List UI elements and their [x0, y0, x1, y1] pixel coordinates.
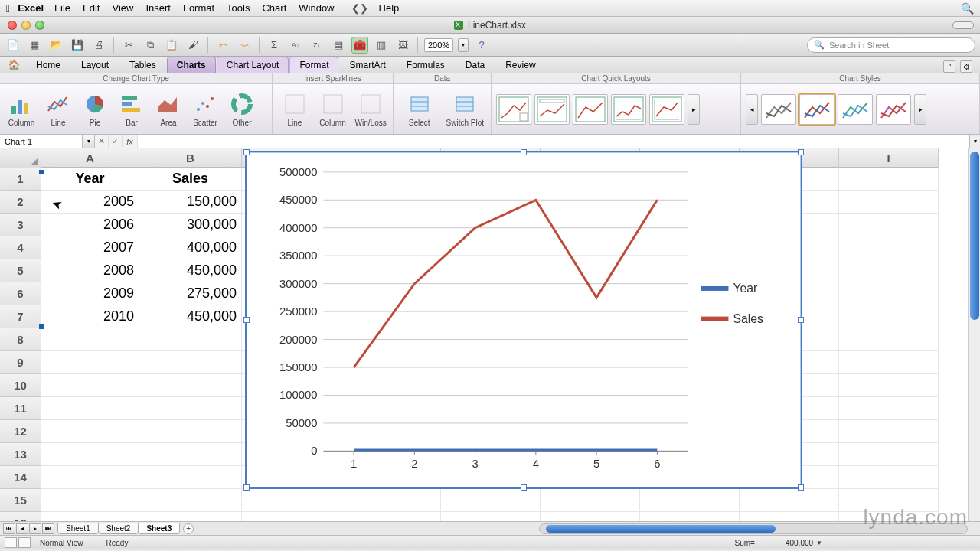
accept-formula-button[interactable]: ✓	[109, 135, 122, 148]
cell-I2[interactable]	[839, 191, 939, 214]
cell-B5[interactable]: 450,000	[139, 259, 242, 282]
chart-resize-handle[interactable]	[798, 317, 804, 323]
menu-insert[interactable]: Insert	[145, 2, 171, 14]
cell-B6[interactable]: 275,000	[139, 282, 242, 305]
cell-A12[interactable]	[41, 420, 139, 443]
ribbon-home-icon[interactable]: 🏠	[3, 57, 25, 73]
show-hide-button[interactable]: ▥	[373, 37, 390, 54]
chart-resize-handle[interactable]	[521, 484, 527, 491]
cell-C15[interactable]	[242, 489, 341, 512]
data-switch-plot[interactable]: Switch Plot	[443, 90, 488, 129]
sheet-tab-sheet1[interactable]: Sheet1	[57, 523, 99, 534]
formula-input[interactable]	[138, 135, 969, 148]
sheet-tab-sheet2[interactable]: Sheet2	[98, 523, 139, 534]
chart-layout-2[interactable]	[534, 94, 570, 125]
cell-A14[interactable]	[41, 466, 139, 489]
ribbon-tab-review[interactable]: Review	[495, 57, 545, 73]
ribbon-tab-tables[interactable]: Tables	[119, 57, 166, 73]
chart-layout-1[interactable]	[496, 94, 531, 125]
embedded-chart[interactable]: 0500001000001500002000002500003000003500…	[245, 151, 802, 489]
gallery-button[interactable]: ▤	[330, 37, 347, 54]
chart-resize-handle[interactable]	[798, 149, 804, 155]
chart-resize-handle[interactable]	[798, 484, 804, 491]
cell-H15[interactable]	[740, 489, 839, 512]
row-header-12[interactable]: 12	[0, 420, 41, 443]
chart-resize-handle[interactable]	[521, 149, 527, 155]
row-header-10[interactable]: 10	[0, 374, 41, 397]
cell-B9[interactable]	[139, 351, 242, 374]
name-box[interactable]: Chart 1	[0, 135, 83, 148]
menu-window[interactable]: Window	[299, 2, 334, 14]
chart-layout-4[interactable]	[611, 94, 646, 125]
cell-A1[interactable]: Year	[41, 168, 139, 191]
cell-H16[interactable]	[740, 512, 839, 522]
chart-resize-handle[interactable]	[243, 484, 250, 491]
ribbon-tab-layout[interactable]: Layout	[71, 57, 119, 73]
cell-B3[interactable]: 300,000	[139, 214, 242, 236]
layouts-more-button[interactable]: ▸	[688, 94, 700, 125]
cell-A8[interactable]	[41, 328, 139, 351]
cell-F16[interactable]	[541, 512, 640, 522]
row-header-13[interactable]: 13	[0, 443, 41, 466]
horizontal-scroll-thumb[interactable]	[546, 525, 776, 533]
new-from-template-button[interactable]: ▦	[26, 37, 43, 54]
cell-B12[interactable]	[139, 420, 242, 443]
sparkline-line[interactable]: Line	[276, 90, 314, 129]
row-header-11[interactable]: 11	[0, 397, 41, 420]
row-header-1[interactable]: 1	[0, 168, 41, 191]
cancel-formula-button[interactable]: ✕	[95, 135, 109, 148]
cell-A6[interactable]: 2009	[41, 282, 139, 305]
undo-button[interactable]: ⤺	[214, 37, 231, 54]
cell-G15[interactable]	[640, 489, 740, 512]
row-header-5[interactable]: 5	[0, 259, 41, 282]
cell-A9[interactable]	[41, 351, 139, 374]
cell-B10[interactable]	[139, 374, 242, 397]
chart-type-bar[interactable]: Bar	[113, 90, 150, 129]
normal-view-button[interactable]	[5, 537, 17, 548]
column-header-B[interactable]: B	[139, 148, 242, 168]
chart-layout-5[interactable]	[649, 94, 684, 125]
ribbon-tab-smartart[interactable]: SmartArt	[339, 57, 395, 73]
cell-A13[interactable]	[41, 443, 139, 466]
new-workbook-button[interactable]: 📄	[5, 37, 21, 54]
chart-style-3[interactable]	[838, 94, 873, 125]
tab-nav-next[interactable]: ▸	[29, 523, 41, 534]
row-header-14[interactable]: 14	[0, 466, 41, 489]
menu-file[interactable]: File	[54, 2, 70, 14]
tab-nav-first[interactable]: ⏮	[3, 523, 15, 534]
apple-menu-icon[interactable]: 	[6, 2, 10, 15]
tab-nav-prev[interactable]: ◂	[16, 523, 28, 534]
cell-A10[interactable]	[41, 374, 139, 397]
cell-D15[interactable]	[341, 489, 441, 512]
worksheet-area[interactable]: ABCDEFGHI 1YearSales22005150,00032006300…	[0, 148, 980, 522]
column-header-A[interactable]: A	[41, 148, 139, 168]
cell-B13[interactable]	[139, 443, 242, 466]
cut-button[interactable]: ✂	[120, 37, 137, 54]
page-layout-view-button[interactable]	[18, 537, 31, 548]
app-name[interactable]: Excel	[18, 2, 44, 14]
cell-I6[interactable]	[839, 282, 939, 305]
ribbon-tab-format[interactable]: Format	[289, 57, 338, 73]
row-header-3[interactable]: 3	[0, 214, 41, 236]
cell-I8[interactable]	[839, 328, 939, 351]
sparkline-column[interactable]: Column	[314, 90, 352, 129]
cell-B4[interactable]: 400,000	[139, 236, 242, 259]
menu-view[interactable]: View	[112, 2, 133, 14]
tab-nav-last[interactable]: ⏭	[42, 523, 54, 534]
row-header-9[interactable]: 9	[0, 351, 41, 374]
row-header-8[interactable]: 8	[0, 328, 41, 351]
paste-button[interactable]: 📋	[163, 37, 180, 54]
sheet-tab-sheet3[interactable]: Sheet3	[138, 523, 180, 534]
cell-I13[interactable]	[839, 443, 939, 466]
name-box-dropdown[interactable]: ▾	[83, 135, 95, 148]
chart-type-line[interactable]: Line	[40, 90, 77, 129]
cell-B7[interactable]: 450,000	[139, 305, 242, 328]
styles-next-button[interactable]: ▸	[914, 94, 926, 125]
cell-B8[interactable]	[139, 328, 242, 351]
cell-B1[interactable]: Sales	[139, 168, 242, 191]
menu-format[interactable]: Format	[183, 2, 214, 14]
cell-I12[interactable]	[839, 420, 939, 443]
row-header-16[interactable]: 16	[0, 512, 41, 522]
cell-A16[interactable]	[41, 512, 139, 522]
chart-type-pie[interactable]: Pie	[77, 90, 113, 129]
